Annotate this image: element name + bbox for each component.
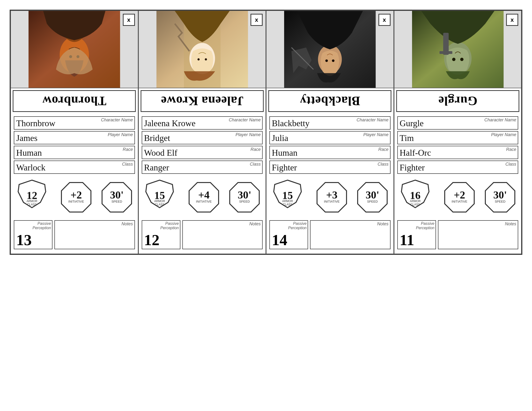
class-field-blackbetty[interactable]: Class Fighter bbox=[269, 160, 390, 174]
close-button-blackbetty[interactable]: x bbox=[379, 14, 390, 26]
passive-perception-box-jaleena[interactable]: PassivePerception 12 bbox=[142, 220, 180, 249]
fields-jaleena: Character Name Jaleena Krowe Player Name… bbox=[139, 114, 266, 176]
pp-value: 14 bbox=[272, 232, 287, 248]
svg-text:CLASS: CLASS bbox=[411, 203, 420, 206]
race-label: Race bbox=[123, 147, 133, 152]
player-name-field-jaleena[interactable]: Player Name Bridget bbox=[142, 131, 263, 144]
bottom-row-jaleena: PassivePerception 12 Notes bbox=[139, 218, 266, 251]
notes-box-blackbetty[interactable]: Notes bbox=[310, 220, 390, 249]
class-field-thornbrow[interactable]: Class Warlock bbox=[14, 160, 135, 174]
svg-text:30': 30' bbox=[493, 189, 507, 201]
fields-gurgle: Character Name Gurgle Player Name Tim Ra… bbox=[394, 114, 521, 176]
svg-text:30': 30' bbox=[110, 189, 123, 201]
svg-text:SPEED: SPEED bbox=[112, 200, 122, 203]
player-name-label: Player Name bbox=[491, 132, 516, 137]
portrait-thornbrow: x bbox=[11, 11, 138, 88]
character-name-value: Thornbrow bbox=[16, 119, 55, 128]
svg-text:SPEED: SPEED bbox=[495, 200, 505, 203]
svg-text:+2: +2 bbox=[70, 189, 82, 201]
pp-label: PassivePerception bbox=[33, 222, 51, 230]
pp-label: PassivePerception bbox=[288, 222, 307, 230]
svg-text:30': 30' bbox=[365, 189, 379, 201]
class-value: Fighter bbox=[272, 163, 297, 172]
fields-blackbetty: Character Name Blackbetty Player Name Ju… bbox=[266, 114, 393, 176]
notes-box-jaleena[interactable]: Notes bbox=[182, 220, 263, 249]
speed-badge-gurgle: 30' SPEED bbox=[484, 182, 516, 213]
class-value: Ranger bbox=[144, 163, 169, 172]
class-label: Class bbox=[378, 162, 388, 167]
svg-text:+2: +2 bbox=[454, 189, 465, 201]
passive-perception-box-gurgle[interactable]: PassivePerception 11 bbox=[397, 220, 436, 249]
stats-row-blackbetty: 15 ARMOR CLASS +3 INITIATIVE 30' SPEED bbox=[266, 176, 393, 218]
fields-thornbrow: Character Name Thornbrow Player Name Jam… bbox=[11, 114, 138, 176]
class-value: Fighter bbox=[400, 163, 425, 172]
armor-class-badge-blackbetty: 15 ARMOR CLASS bbox=[272, 179, 307, 215]
player-name-field-blackbetty[interactable]: Player Name Julia bbox=[269, 131, 390, 144]
portrait-blackbetty: x bbox=[266, 11, 393, 88]
player-name-field-thornbrow[interactable]: Player Name James bbox=[14, 131, 135, 144]
player-name-value: Bridget bbox=[144, 134, 170, 143]
passive-perception-box-blackbetty[interactable]: PassivePerception 14 bbox=[269, 220, 308, 249]
close-button-jaleena[interactable]: x bbox=[250, 14, 263, 26]
pp-label: PassivePerception bbox=[416, 222, 435, 230]
race-value: Human bbox=[272, 149, 297, 158]
character-name-label: Character Name bbox=[101, 118, 133, 122]
notes-label: Notes bbox=[121, 222, 133, 226]
bottom-row-gurgle: PassivePerception 11 Notes bbox=[394, 218, 521, 251]
passive-perception-box-thornbrow[interactable]: PassivePerception 13 bbox=[14, 220, 52, 249]
race-value: Half-Orc bbox=[400, 149, 431, 158]
page: x Thornbrow Character Name Thornbrow Pla… bbox=[0, 0, 532, 411]
race-label: Race bbox=[506, 147, 516, 152]
svg-text:ARMOR: ARMOR bbox=[154, 199, 165, 203]
svg-text:INITIATIVE: INITIATIVE bbox=[452, 200, 467, 203]
character-name-value: Gurgle bbox=[400, 119, 424, 128]
class-field-gurgle[interactable]: Class Fighter bbox=[397, 160, 518, 174]
speed-badge-blackbetty: 30' SPEED bbox=[357, 182, 388, 213]
notes-label: Notes bbox=[249, 222, 261, 226]
speed-badge-thornbrow: 30' SPEED bbox=[101, 182, 133, 213]
character-name-label: Character Name bbox=[356, 118, 388, 122]
class-field-jaleena[interactable]: Class Ranger bbox=[142, 160, 263, 174]
character-name-field-jaleena[interactable]: Character Name Jaleena Krowe bbox=[142, 116, 263, 130]
svg-text:INITIATIVE: INITIATIVE bbox=[196, 200, 212, 203]
race-field-blackbetty[interactable]: Race Human bbox=[269, 146, 390, 159]
svg-point-29 bbox=[332, 59, 335, 62]
close-button-thornbrow[interactable]: x bbox=[123, 14, 135, 26]
svg-text:+3: +3 bbox=[326, 189, 337, 201]
speed-badge-jaleena: 30' SPEED bbox=[229, 182, 260, 213]
race-value: Wood Elf bbox=[144, 149, 178, 158]
svg-text:+4: +4 bbox=[198, 189, 210, 201]
svg-text:CLASS: CLASS bbox=[155, 203, 164, 206]
initiative-badge-jaleena: +4 INITIATIVE bbox=[188, 182, 219, 213]
race-field-jaleena[interactable]: Race Wood Elf bbox=[142, 146, 263, 159]
stats-row-jaleena: 15 ARMOR CLASS +4 INITIATIVE 30' SPEED bbox=[139, 176, 266, 218]
player-name-label: Player Name bbox=[363, 132, 388, 137]
notes-box-thornbrow[interactable]: Notes bbox=[54, 220, 135, 249]
svg-rect-47 bbox=[439, 51, 452, 54]
svg-text:ARMOR: ARMOR bbox=[410, 199, 421, 203]
svg-text:ARMOR: ARMOR bbox=[27, 199, 38, 203]
bottom-row-thornbrow: PassivePerception 13 Notes bbox=[11, 218, 138, 251]
armor-class-badge-thornbrow: 12 ARMOR CLASS bbox=[16, 179, 51, 215]
race-label: Race bbox=[378, 147, 388, 152]
character-name-field-blackbetty[interactable]: Character Name Blackbetty bbox=[269, 116, 390, 130]
flipped-name-banner-gurgle: Gurgle bbox=[396, 90, 519, 112]
svg-text:SPEED: SPEED bbox=[367, 200, 378, 203]
character-name-field-gurgle[interactable]: Character Name Gurgle bbox=[397, 116, 518, 130]
flipped-name-banner-jaleena: Jaleena Krowe bbox=[141, 90, 264, 112]
class-label: Class bbox=[122, 162, 133, 167]
pp-value: 13 bbox=[16, 232, 32, 248]
notes-label: Notes bbox=[505, 222, 516, 226]
player-name-field-gurgle[interactable]: Player Name Tim bbox=[397, 131, 518, 144]
notes-box-gurgle[interactable]: Notes bbox=[438, 220, 518, 249]
race-field-thornbrow[interactable]: Race Human bbox=[14, 146, 135, 159]
race-value: Human bbox=[16, 149, 42, 158]
class-label: Class bbox=[250, 162, 261, 167]
svg-point-30 bbox=[325, 59, 328, 62]
character-name-field-thornbrow[interactable]: Character Name Thornbrow bbox=[14, 116, 135, 130]
close-button-gurgle[interactable]: x bbox=[506, 14, 518, 26]
race-field-gurgle[interactable]: Race Half-Orc bbox=[397, 146, 518, 159]
player-name-value: Tim bbox=[400, 134, 414, 143]
player-name-label: Player Name bbox=[236, 132, 261, 137]
armor-class-badge-jaleena: 15 ARMOR CLASS bbox=[144, 179, 179, 215]
